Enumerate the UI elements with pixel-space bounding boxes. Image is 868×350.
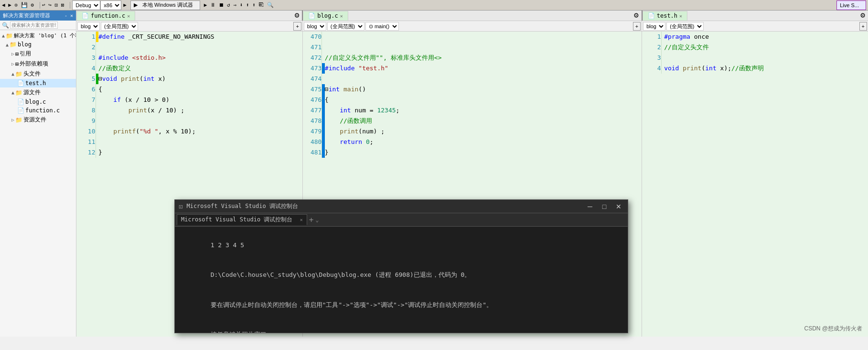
header-icon: 📁 <box>15 71 22 77</box>
console-line-4: 按任意键关闭此窗口。. . . <box>211 331 291 333</box>
blogc-label: blog.c <box>25 98 46 105</box>
console-tab-1[interactable]: Microsoft Visual Studio 调试控制台 ✕ <box>177 214 307 225</box>
add-code-button-3[interactable]: + <box>859 22 867 31</box>
separator2 <box>70 2 70 9</box>
tab-close-button2[interactable]: ✕ <box>340 13 343 19</box>
sidebar-item-resources[interactable]: ▷ 📁 资源文件 <box>0 115 76 125</box>
tab-settings-button2[interactable]: ⚙ <box>631 11 642 21</box>
code-line: 10 printf("%d ", x % 10); <box>76 126 302 137</box>
sidebar-controls: - ✕ <box>64 13 73 18</box>
solution-label: 解决方案 'blog' (1 个项目, <box>14 32 76 39</box>
console-close-button[interactable]: ✕ <box>613 201 624 212</box>
tab-functionc[interactable]: 📄 function.c ✕ <box>76 11 135 21</box>
separator <box>40 2 40 9</box>
live-share-label: Live S... <box>840 2 859 8</box>
expand-arrow: ▷ <box>11 61 14 66</box>
add-code-button-1[interactable]: + <box>293 22 301 31</box>
code-line: 7 if (x / 10 > 0) <box>76 95 302 105</box>
code-line: 2 //自定义头文件 <box>642 42 868 53</box>
code-line: 12 } <box>76 147 302 158</box>
code-line: 473 #include "test.h" <box>303 63 642 74</box>
debug-mode-select[interactable]: Debug <box>72 0 100 10</box>
run-button[interactable]: ▶ 本地 Windows 调试器 <box>130 0 200 10</box>
sidebar-item-solution[interactable]: ▲ 📁 解决方案 'blog' (1 个项目, <box>0 31 76 40</box>
file-icon: 📄 <box>17 80 24 87</box>
file-scope-select-1[interactable]: blog <box>77 22 100 31</box>
add-code-button-2[interactable]: + <box>633 22 641 31</box>
scope-select-2[interactable]: (全局范围) <box>327 22 364 31</box>
code-line: 1 #pragma once <box>642 32 868 42</box>
sidebar-tree: ▲ 📁 解决方案 'blog' (1 个项目, ▲ 📁 blog ▷ ⊞ 引用 … <box>0 30 76 126</box>
code-editor-3[interactable]: 1 #pragma once 2 //自定义头文件 3 <box>642 32 868 337</box>
expand-arrow: ▲ <box>6 42 9 47</box>
code-line: 4 //函数定义 <box>76 63 302 74</box>
code-line: 6 { <box>76 84 302 95</box>
console-tab-arrow[interactable]: ⌄ <box>315 217 319 223</box>
file-scope-select-2[interactable]: blog <box>304 22 326 31</box>
expand-arrow: ▷ <box>11 51 14 56</box>
sources-icon: 📁 <box>15 89 22 96</box>
live-share-button[interactable]: Live S... <box>836 0 866 10</box>
resources-icon: 📁 <box>15 117 22 123</box>
sidebar-item-sources[interactable]: ▲ 📁 源文件 <box>0 88 76 98</box>
main-layout: 解决方案资源管理器 - ✕ 🔍 ▲ 📁 解决方案 'blog' (1 个项目, … <box>0 11 868 337</box>
code-table-2: 470 471 472 <box>303 32 642 158</box>
file-icon: 📄 <box>17 98 24 105</box>
expand-arrow: ▷ <box>11 117 14 122</box>
platform-select[interactable]: x86 <box>100 0 121 10</box>
code-line: 480 return 0; <box>303 137 642 147</box>
panel-toolbar-3: blog (全局范围) + <box>642 21 868 32</box>
csdn-watermark: CSDN @想成为传火者 <box>804 325 862 333</box>
tab-settings-button3[interactable]: ⚙ <box>857 11 868 21</box>
console-title: Microsoft Visual Studio 调试控制台 <box>186 202 581 210</box>
tab-settings-button[interactable]: ⚙ <box>292 11 302 21</box>
code-line: 475 ⊟int main() <box>303 84 642 95</box>
functionc-label: function.c <box>25 107 60 114</box>
console-tab-label: Microsoft Visual Studio 调试控制台 <box>181 216 292 223</box>
console-tabs-bar: Microsoft Visual Studio 调试控制台 ✕ + ⌄ <box>175 213 628 227</box>
code-line: 477 int num = 12345; <box>303 105 642 116</box>
sidebar-item-references[interactable]: ▷ ⊞ 引用 <box>0 49 76 59</box>
search-icon: 🔍 <box>2 22 9 29</box>
console-minimize-button[interactable]: ─ <box>585 201 595 212</box>
file-scope-select-3[interactable]: blog <box>643 22 665 31</box>
headers-label: 头文件 <box>23 70 41 78</box>
file-icon: 📄 <box>17 107 24 114</box>
sidebar-item-blogc[interactable]: 📄 blog.c <box>0 98 76 106</box>
tab-icon: 📄 <box>82 12 89 19</box>
sidebar-item-headers[interactable]: ▲ 📁 头文件 <box>0 69 76 79</box>
project-icon: 📁 <box>10 41 17 48</box>
sidebar-item-functionc[interactable]: 📄 function.c <box>0 106 76 115</box>
console-icon: ⊡ <box>179 203 182 210</box>
panel-testh: blog (全局范围) + 1 #pragma once <box>642 21 868 337</box>
sidebar-item-blog[interactable]: ▲ 📁 blog <box>0 40 76 49</box>
sidebar-item-testh[interactable]: 📄 test.h <box>0 79 76 88</box>
console-tab-close[interactable]: ✕ <box>300 217 303 222</box>
code-line: 5 ⊟void print(int x) <box>76 74 302 84</box>
tab-close-button[interactable]: ✕ <box>127 13 130 19</box>
extdep-label: 外部依赖项 <box>20 60 48 68</box>
ref-icon: ⊞ <box>15 51 19 57</box>
tab-testh[interactable]: 📄 test.h ✕ <box>643 11 687 21</box>
ref-label: 引用 <box>20 50 31 58</box>
scope-select-1[interactable]: (全局范围) <box>101 22 138 31</box>
panel-toolbar-2: blog (全局范围) ⊙ main() + <box>303 21 642 32</box>
function-select-2[interactable]: ⊙ main() <box>365 22 399 31</box>
console-add-tab-button[interactable]: + <box>309 215 314 224</box>
code-line: 479 print(num) ; <box>303 126 642 137</box>
expand-arrow: ▲ <box>11 71 14 77</box>
sidebar-search-bar: 🔍 <box>0 21 76 30</box>
tab-close-button3[interactable]: ✕ <box>679 13 682 19</box>
tab-blogc[interactable]: 📄 blog.c ✕ <box>303 11 348 21</box>
scope-select-3[interactable]: (全局范围) <box>666 22 704 31</box>
testh-label: test.h <box>25 80 46 87</box>
search-input[interactable] <box>10 22 58 29</box>
sidebar-item-external-deps[interactable]: ▷ ⊞ 外部依赖项 <box>0 59 76 69</box>
tab-icon2: 📄 <box>308 12 315 19</box>
console-content[interactable]: 1 2 3 4 5 D:\Code\C.house\C_study\blog\D… <box>175 227 628 333</box>
tab-label: function.c <box>91 12 125 19</box>
code-line: 470 <box>303 32 642 42</box>
play-icon: ▶ <box>134 2 138 8</box>
console-output: 1 2 3 4 5 D:\Code\C.house\C_study\blog\D… <box>181 230 622 333</box>
console-maximize-button[interactable]: □ <box>599 201 610 212</box>
